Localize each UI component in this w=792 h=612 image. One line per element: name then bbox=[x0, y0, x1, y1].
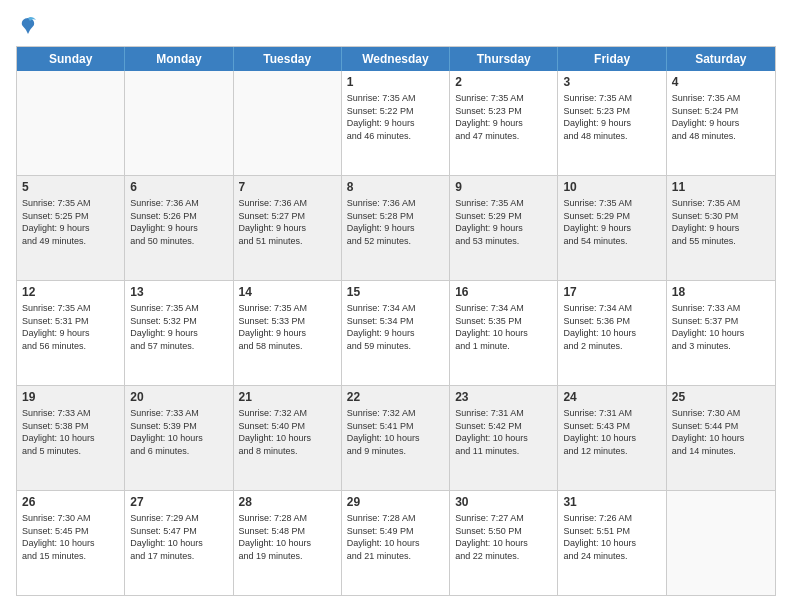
calendar-cell bbox=[125, 71, 233, 175]
day-number: 10 bbox=[563, 180, 660, 194]
calendar-cell: 30Sunrise: 7:27 AM Sunset: 5:50 PM Dayli… bbox=[450, 491, 558, 595]
day-info: Sunrise: 7:35 AM Sunset: 5:25 PM Dayligh… bbox=[22, 197, 119, 247]
day-number: 15 bbox=[347, 285, 444, 299]
day-info: Sunrise: 7:34 AM Sunset: 5:34 PM Dayligh… bbox=[347, 302, 444, 352]
day-info: Sunrise: 7:29 AM Sunset: 5:47 PM Dayligh… bbox=[130, 512, 227, 562]
weekday-header-friday: Friday bbox=[558, 47, 666, 71]
calendar-cell bbox=[667, 491, 775, 595]
day-info: Sunrise: 7:34 AM Sunset: 5:36 PM Dayligh… bbox=[563, 302, 660, 352]
logo bbox=[16, 16, 38, 36]
calendar-cell: 18Sunrise: 7:33 AM Sunset: 5:37 PM Dayli… bbox=[667, 281, 775, 385]
calendar-cell: 26Sunrise: 7:30 AM Sunset: 5:45 PM Dayli… bbox=[17, 491, 125, 595]
day-info: Sunrise: 7:33 AM Sunset: 5:39 PM Dayligh… bbox=[130, 407, 227, 457]
day-info: Sunrise: 7:35 AM Sunset: 5:23 PM Dayligh… bbox=[455, 92, 552, 142]
calendar-cell: 27Sunrise: 7:29 AM Sunset: 5:47 PM Dayli… bbox=[125, 491, 233, 595]
day-number: 28 bbox=[239, 495, 336, 509]
day-number: 14 bbox=[239, 285, 336, 299]
calendar-cell: 16Sunrise: 7:34 AM Sunset: 5:35 PM Dayli… bbox=[450, 281, 558, 385]
day-number: 11 bbox=[672, 180, 770, 194]
calendar-cell bbox=[234, 71, 342, 175]
calendar-cell: 17Sunrise: 7:34 AM Sunset: 5:36 PM Dayli… bbox=[558, 281, 666, 385]
calendar-cell: 6Sunrise: 7:36 AM Sunset: 5:26 PM Daylig… bbox=[125, 176, 233, 280]
calendar-cell: 19Sunrise: 7:33 AM Sunset: 5:38 PM Dayli… bbox=[17, 386, 125, 490]
day-info: Sunrise: 7:28 AM Sunset: 5:48 PM Dayligh… bbox=[239, 512, 336, 562]
day-info: Sunrise: 7:32 AM Sunset: 5:40 PM Dayligh… bbox=[239, 407, 336, 457]
calendar-cell: 25Sunrise: 7:30 AM Sunset: 5:44 PM Dayli… bbox=[667, 386, 775, 490]
calendar-cell: 2Sunrise: 7:35 AM Sunset: 5:23 PM Daylig… bbox=[450, 71, 558, 175]
day-number: 31 bbox=[563, 495, 660, 509]
calendar-cell: 22Sunrise: 7:32 AM Sunset: 5:41 PM Dayli… bbox=[342, 386, 450, 490]
day-number: 2 bbox=[455, 75, 552, 89]
weekday-header-tuesday: Tuesday bbox=[234, 47, 342, 71]
calendar-cell: 10Sunrise: 7:35 AM Sunset: 5:29 PM Dayli… bbox=[558, 176, 666, 280]
calendar-row-0: 1Sunrise: 7:35 AM Sunset: 5:22 PM Daylig… bbox=[17, 71, 775, 175]
day-number: 3 bbox=[563, 75, 660, 89]
day-info: Sunrise: 7:31 AM Sunset: 5:42 PM Dayligh… bbox=[455, 407, 552, 457]
day-info: Sunrise: 7:35 AM Sunset: 5:33 PM Dayligh… bbox=[239, 302, 336, 352]
day-info: Sunrise: 7:26 AM Sunset: 5:51 PM Dayligh… bbox=[563, 512, 660, 562]
calendar-cell: 1Sunrise: 7:35 AM Sunset: 5:22 PM Daylig… bbox=[342, 71, 450, 175]
weekday-header-thursday: Thursday bbox=[450, 47, 558, 71]
calendar-cell: 8Sunrise: 7:36 AM Sunset: 5:28 PM Daylig… bbox=[342, 176, 450, 280]
day-number: 9 bbox=[455, 180, 552, 194]
day-number: 12 bbox=[22, 285, 119, 299]
logo-bird-icon bbox=[18, 16, 38, 36]
day-info: Sunrise: 7:28 AM Sunset: 5:49 PM Dayligh… bbox=[347, 512, 444, 562]
day-number: 29 bbox=[347, 495, 444, 509]
calendar-row-2: 12Sunrise: 7:35 AM Sunset: 5:31 PM Dayli… bbox=[17, 280, 775, 385]
day-number: 8 bbox=[347, 180, 444, 194]
day-info: Sunrise: 7:31 AM Sunset: 5:43 PM Dayligh… bbox=[563, 407, 660, 457]
day-number: 5 bbox=[22, 180, 119, 194]
calendar-cell: 7Sunrise: 7:36 AM Sunset: 5:27 PM Daylig… bbox=[234, 176, 342, 280]
day-info: Sunrise: 7:32 AM Sunset: 5:41 PM Dayligh… bbox=[347, 407, 444, 457]
calendar-cell: 31Sunrise: 7:26 AM Sunset: 5:51 PM Dayli… bbox=[558, 491, 666, 595]
calendar-header: SundayMondayTuesdayWednesdayThursdayFrid… bbox=[17, 47, 775, 71]
calendar-cell: 11Sunrise: 7:35 AM Sunset: 5:30 PM Dayli… bbox=[667, 176, 775, 280]
day-info: Sunrise: 7:35 AM Sunset: 5:31 PM Dayligh… bbox=[22, 302, 119, 352]
day-number: 20 bbox=[130, 390, 227, 404]
calendar-cell: 20Sunrise: 7:33 AM Sunset: 5:39 PM Dayli… bbox=[125, 386, 233, 490]
calendar-cell: 12Sunrise: 7:35 AM Sunset: 5:31 PM Dayli… bbox=[17, 281, 125, 385]
calendar-cell: 23Sunrise: 7:31 AM Sunset: 5:42 PM Dayli… bbox=[450, 386, 558, 490]
day-number: 7 bbox=[239, 180, 336, 194]
calendar-cell: 29Sunrise: 7:28 AM Sunset: 5:49 PM Dayli… bbox=[342, 491, 450, 595]
day-number: 1 bbox=[347, 75, 444, 89]
day-info: Sunrise: 7:36 AM Sunset: 5:27 PM Dayligh… bbox=[239, 197, 336, 247]
day-number: 17 bbox=[563, 285, 660, 299]
calendar-cell: 9Sunrise: 7:35 AM Sunset: 5:29 PM Daylig… bbox=[450, 176, 558, 280]
calendar-cell: 15Sunrise: 7:34 AM Sunset: 5:34 PM Dayli… bbox=[342, 281, 450, 385]
day-number: 21 bbox=[239, 390, 336, 404]
day-number: 27 bbox=[130, 495, 227, 509]
weekday-header-monday: Monday bbox=[125, 47, 233, 71]
day-number: 6 bbox=[130, 180, 227, 194]
calendar-cell: 5Sunrise: 7:35 AM Sunset: 5:25 PM Daylig… bbox=[17, 176, 125, 280]
day-number: 25 bbox=[672, 390, 770, 404]
weekday-header-wednesday: Wednesday bbox=[342, 47, 450, 71]
day-info: Sunrise: 7:35 AM Sunset: 5:23 PM Dayligh… bbox=[563, 92, 660, 142]
day-info: Sunrise: 7:35 AM Sunset: 5:30 PM Dayligh… bbox=[672, 197, 770, 247]
calendar-row-4: 26Sunrise: 7:30 AM Sunset: 5:45 PM Dayli… bbox=[17, 490, 775, 595]
day-number: 22 bbox=[347, 390, 444, 404]
calendar-page: SundayMondayTuesdayWednesdayThursdayFrid… bbox=[0, 0, 792, 612]
calendar-cell: 28Sunrise: 7:28 AM Sunset: 5:48 PM Dayli… bbox=[234, 491, 342, 595]
calendar-cell: 4Sunrise: 7:35 AM Sunset: 5:24 PM Daylig… bbox=[667, 71, 775, 175]
calendar: SundayMondayTuesdayWednesdayThursdayFrid… bbox=[16, 46, 776, 596]
calendar-cell: 24Sunrise: 7:31 AM Sunset: 5:43 PM Dayli… bbox=[558, 386, 666, 490]
calendar-row-3: 19Sunrise: 7:33 AM Sunset: 5:38 PM Dayli… bbox=[17, 385, 775, 490]
day-info: Sunrise: 7:30 AM Sunset: 5:44 PM Dayligh… bbox=[672, 407, 770, 457]
calendar-cell: 21Sunrise: 7:32 AM Sunset: 5:40 PM Dayli… bbox=[234, 386, 342, 490]
day-info: Sunrise: 7:36 AM Sunset: 5:26 PM Dayligh… bbox=[130, 197, 227, 247]
calendar-cell: 14Sunrise: 7:35 AM Sunset: 5:33 PM Dayli… bbox=[234, 281, 342, 385]
day-number: 26 bbox=[22, 495, 119, 509]
day-info: Sunrise: 7:30 AM Sunset: 5:45 PM Dayligh… bbox=[22, 512, 119, 562]
calendar-cell bbox=[17, 71, 125, 175]
day-number: 19 bbox=[22, 390, 119, 404]
day-info: Sunrise: 7:35 AM Sunset: 5:29 PM Dayligh… bbox=[455, 197, 552, 247]
day-info: Sunrise: 7:35 AM Sunset: 5:24 PM Dayligh… bbox=[672, 92, 770, 142]
day-number: 4 bbox=[672, 75, 770, 89]
calendar-cell: 3Sunrise: 7:35 AM Sunset: 5:23 PM Daylig… bbox=[558, 71, 666, 175]
day-info: Sunrise: 7:35 AM Sunset: 5:22 PM Dayligh… bbox=[347, 92, 444, 142]
calendar-body: 1Sunrise: 7:35 AM Sunset: 5:22 PM Daylig… bbox=[17, 71, 775, 595]
day-info: Sunrise: 7:27 AM Sunset: 5:50 PM Dayligh… bbox=[455, 512, 552, 562]
day-info: Sunrise: 7:33 AM Sunset: 5:37 PM Dayligh… bbox=[672, 302, 770, 352]
